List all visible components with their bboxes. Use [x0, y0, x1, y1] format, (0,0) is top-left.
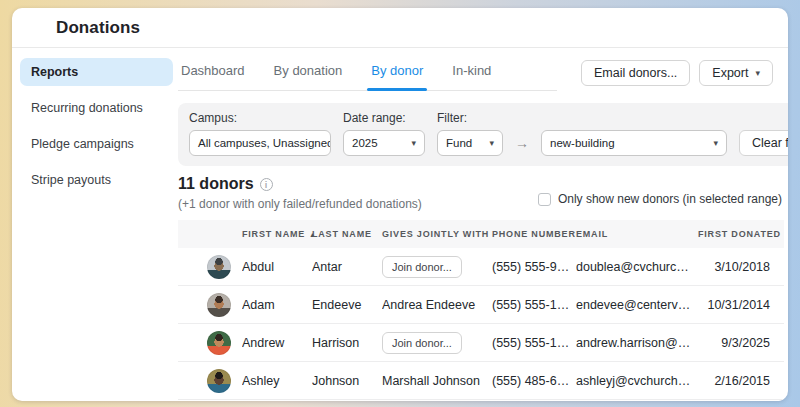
app-header: Donations: [12, 8, 788, 48]
new-donors-checkbox-row[interactable]: Only show new donors (in selected range): [538, 192, 782, 206]
page-title: Donations: [56, 18, 140, 38]
column-header-label: GIVES JOINTLY WITH: [382, 229, 489, 239]
gives-jointly-cell: Marshall Johnson: [382, 374, 492, 388]
column-header-label: PHONE NUMBER: [492, 229, 576, 239]
sidebar: Reports Recurring donations Pledge campa…: [12, 58, 178, 401]
tab-dashboard[interactable]: Dashboard: [180, 58, 246, 90]
sidebar-item-reports[interactable]: Reports: [20, 58, 173, 86]
export-button[interactable]: Export ▾: [699, 60, 773, 86]
avatar-cell: [178, 255, 242, 279]
page-background: { "window": { "title": "Donations" }, "s…: [0, 0, 800, 407]
donor-first-name: Abdul: [242, 260, 312, 274]
donor-summary: 11 donors i (+1 donor with only failed/r…: [178, 175, 422, 211]
donor-first-donated: 9/3/2025: [698, 336, 784, 350]
tab-in-kind[interactable]: In-kind: [451, 58, 492, 90]
table-row[interactable]: Ashley Johnson Marshall Johnson (555) 48…: [178, 362, 784, 400]
table-body: Abdul Antar Join donor... (555) 555-9555…: [178, 248, 784, 400]
donor-first-donated: 2/16/2015: [698, 374, 784, 388]
donor-email: endevee@centerville.online: [576, 298, 698, 312]
donor-phone-number: (555) 555-1234: [492, 336, 576, 350]
table-row-partial: [178, 400, 784, 401]
column-header-email[interactable]: EMAIL: [576, 229, 698, 239]
donor-email: andrew.harrison@cvchurch.co: [576, 336, 698, 350]
main-content: Dashboard By donation By donor In-kind E…: [178, 58, 788, 401]
info-icon[interactable]: i: [260, 178, 273, 191]
joint-donor-link[interactable]: Marshall Johnson: [382, 374, 480, 388]
sidebar-item-recurring-donations[interactable]: Recurring donations: [20, 94, 173, 122]
donor-phone-number: (555) 485-6110: [492, 374, 576, 388]
avatar-cell: [178, 293, 242, 317]
donor-last-name: Endeeve: [312, 298, 382, 312]
sidebar-item-label: Recurring donations: [31, 101, 143, 115]
campus-filter-group: Campus: All campuses, Unassigned ▾: [189, 111, 331, 156]
column-header-phone-number[interactable]: PHONE NUMBER: [492, 229, 576, 239]
donor-email: ashleyj@cvchurch.co: [576, 374, 698, 388]
donor-first-name: Andrew: [242, 336, 312, 350]
caret-down-icon: ▾: [489, 139, 494, 148]
gives-jointly-cell: Join donor...: [382, 332, 492, 354]
donor-phone-number: (555) 555-9555: [492, 260, 576, 274]
date-range-filter-label: Date range:: [343, 111, 425, 125]
avatar-cell: [178, 331, 242, 355]
sidebar-item-stripe-payouts[interactable]: Stripe payouts: [20, 166, 173, 194]
campus-select-value: All campuses, Unassigned: [198, 137, 331, 149]
date-range-filter-group: Date range: 2025 ▾: [343, 111, 425, 156]
donor-first-name: Adam: [242, 298, 312, 312]
table-row[interactable]: Abdul Antar Join donor... (555) 555-9555…: [178, 248, 784, 286]
joint-donor-link[interactable]: Andrea Endeeve: [382, 298, 475, 312]
avatar: [207, 293, 231, 317]
new-donors-checkbox[interactable]: [538, 193, 551, 206]
clear-filter-button[interactable]: Clear filter: [739, 130, 788, 156]
filter-bar: Campus: All campuses, Unassigned ▾ Date …: [178, 103, 788, 166]
campus-select[interactable]: All campuses, Unassigned ▾: [189, 130, 331, 156]
export-label: Export: [712, 66, 748, 80]
arrow-right-icon: →: [515, 135, 529, 151]
tabs-row: Dashboard By donation By donor In-kind E…: [178, 58, 784, 91]
tab-by-donation[interactable]: By donation: [273, 58, 344, 90]
donor-last-name: Johnson: [312, 374, 382, 388]
tab-bar: Dashboard By donation By donor In-kind: [178, 58, 557, 91]
table-row[interactable]: Andrew Harrison Join donor... (555) 555-…: [178, 324, 784, 362]
clear-filter-label: Clear filter: [752, 136, 788, 150]
column-header-first-name[interactable]: FIRST NAME ▲: [242, 229, 312, 239]
sidebar-item-pledge-campaigns[interactable]: Pledge campaigns: [20, 130, 173, 158]
fund-value-select[interactable]: new-building ▾: [541, 130, 727, 156]
join-donor-button[interactable]: Join donor...: [382, 332, 462, 354]
filter-type-group: Filter: Fund ▾: [437, 111, 503, 156]
avatar: [207, 255, 231, 279]
sidebar-item-label: Stripe payouts: [31, 173, 111, 187]
summary-row: 11 donors i (+1 donor with only failed/r…: [178, 175, 784, 211]
donor-first-donated: 10/31/2014: [698, 298, 784, 312]
donor-first-donated: 3/10/2018: [698, 260, 784, 274]
donor-last-name: Harrison: [312, 336, 382, 350]
campus-filter-label: Campus:: [189, 111, 331, 125]
date-range-select-value: 2025: [352, 137, 378, 149]
email-donors-button[interactable]: Email donors...: [581, 60, 690, 86]
donor-last-name: Antar: [312, 260, 382, 274]
join-donor-button[interactable]: Join donor...: [382, 256, 462, 278]
donor-count: 11 donors: [178, 175, 254, 193]
fund-value-select-value: new-building: [550, 137, 615, 149]
column-header-last-name[interactable]: LAST NAME: [312, 229, 382, 239]
donor-note: (+1 donor with only failed/refunded dona…: [178, 197, 422, 211]
caret-down-icon: ▾: [411, 139, 416, 148]
avatar: [207, 331, 231, 355]
new-donors-checkbox-label: Only show new donors (in selected range): [558, 192, 782, 206]
column-header-gives-jointly-with[interactable]: GIVES JOINTLY WITH: [382, 229, 492, 239]
caret-down-icon: ▾: [713, 139, 718, 148]
header-actions: Email donors... Export ▾: [581, 58, 773, 86]
body: Reports Recurring donations Pledge campa…: [12, 48, 788, 401]
table-row[interactable]: Adam Endeeve Andrea Endeeve (555) 555-12…: [178, 286, 784, 324]
gives-jointly-cell: Andrea Endeeve: [382, 298, 492, 312]
gives-jointly-cell: Join donor...: [382, 256, 492, 278]
column-header-first-donated[interactable]: FIRST DONATED: [698, 229, 788, 239]
donor-count-line: 11 donors i: [178, 175, 422, 193]
donor-table: FIRST NAME ▲ LAST NAME GIVES JOINTLY WIT…: [178, 220, 784, 401]
email-donors-label: Email donors...: [594, 66, 677, 80]
filter-type-select[interactable]: Fund ▾: [437, 130, 503, 156]
column-header-label: FIRST NAME: [242, 229, 305, 239]
date-range-select[interactable]: 2025 ▾: [343, 130, 425, 156]
column-header-label: LAST NAME: [312, 229, 372, 239]
avatar-cell: [178, 400, 242, 401]
tab-by-donor[interactable]: By donor: [370, 58, 424, 90]
